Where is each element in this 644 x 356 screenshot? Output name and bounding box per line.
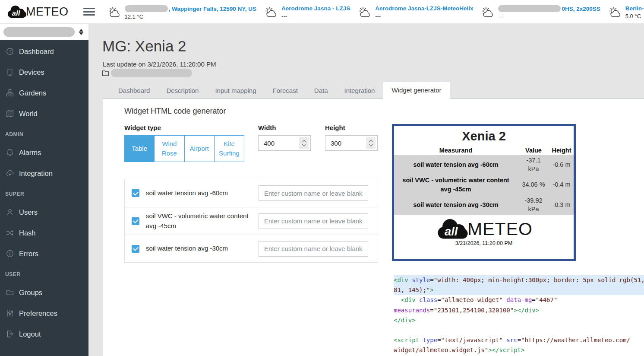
generator-heading: Widget HTML code generator [124,107,226,116]
sidebar-item-integration[interactable]: Integration [0,163,88,184]
sun-cloud-icon [480,6,496,20]
station-temp: --- [281,13,350,19]
station-link-0hs-2x200ss[interactable]: 0HS, 2x200SS--- [480,3,600,20]
preview-height: -0.4 m [549,175,574,195]
sun-cloud-icon [357,6,373,20]
tab-forecast[interactable]: Forecast [265,83,306,99]
preview-logo: all METEO [394,216,574,242]
height-stepper[interactable] [366,137,376,149]
widget-generator-panel: Widget HTML code generator Widget type T… [103,99,644,356]
code-line: <div class="allmeteo-widget" data-mg="44… [394,295,644,305]
station-link-berlin-tegel[interactable]: Berlin-Tegel5.0 °C [607,3,644,20]
custom-name-input[interactable] [259,213,368,229]
preview-measurand: soil water tension avg -30cm [394,195,518,215]
station-link-aerodrome-jasna-lzjs[interactable]: Aerodrome Jasna - LZJS--- [263,3,350,20]
height-block: Height [325,124,378,151]
preview-value: 34.06 % [518,175,549,195]
width-label: Width [258,124,311,131]
code-line [394,325,644,335]
station-list: , Wappinger Falls, 12590 NY, US12.1 °CAe… [106,3,644,20]
tab-widget-generator[interactable]: Widget generator [383,82,450,99]
sun-cloud-icon [106,6,123,20]
preview-col-header: Measurand [394,146,518,155]
sun-cloud-icon [607,6,623,20]
sidebar-item-gardens[interactable]: Gardens [0,83,88,103]
tab-input-mapping[interactable]: Input mapping [207,83,264,99]
sidebar-item-dashboard[interactable]: Dashboard [0,41,88,62]
widget-type-wind-rose-button[interactable]: Wind Rose [154,135,184,162]
tab-bar: DashboardDescriptionInput mappingForecas… [110,83,450,99]
code-line: <div style="width: 400px; min-height:300… [394,275,644,285]
world-icon [6,109,14,118]
groups-icon [6,288,14,297]
folder-icon [102,70,109,76]
tab-data[interactable]: Data [306,83,336,99]
measurand-list: soil water tension avg -60cmsoil VWC - v… [124,179,378,263]
sidebar-section-user: USER [0,264,88,282]
width-input[interactable] [259,140,289,147]
sidebar-item-world[interactable]: World [0,103,88,124]
measurand-checkbox[interactable] [132,217,139,225]
station-name: Berlin-Tegel [625,5,644,12]
last-update-text: Last update on 3/21/2026, 11:20:00 PM [103,60,216,68]
main-content: MG: Xenia 2 Last update on 3/21/2026, 11… [88,24,644,356]
height-input-wrap [325,135,378,151]
logo-meteo-text: METEO [26,5,69,19]
measurand-label: soil VWC - volumetric water content avg … [146,211,255,231]
generator-controls: Widget type TableWind RoseAirportKite Su… [124,124,383,176]
sidebar-item-hash[interactable]: Hash [0,222,88,243]
width-stepper[interactable] [299,137,309,149]
station-temp: --- [375,13,473,19]
topbar: all METEO , Wappinger Falls, 12590 NY, U… [0,0,644,24]
sidebar-item-alarms[interactable]: Alarms [0,142,88,163]
sidebar-item-devices[interactable]: Devices [0,62,88,83]
preview-col-header: Value [518,146,549,155]
preview-row: soil water tension avg -60cm-37.1 kPa-0.… [394,155,574,175]
code-line: </div> [394,315,644,325]
cloud-logo-icon: all [435,216,471,242]
redacted-text [125,5,168,12]
code-line: widget/allmeteo.widget.js"></script> [394,345,644,355]
tab-dashboard[interactable]: Dashboard [110,83,158,99]
redacted-text [111,69,192,77]
custom-name-input[interactable] [259,185,368,201]
width-input-wrap [258,135,311,151]
allmeteo-logo[interactable]: all METEO [6,4,69,19]
logo-meteo-text: METEO [467,219,533,239]
sidebar-item-groups[interactable]: Groups [0,282,88,303]
select-updown-icon [79,29,83,35]
height-input[interactable] [325,140,356,147]
widget-type-table-button[interactable]: Table [124,135,155,162]
group-select-dropdown[interactable] [0,24,88,40]
errors-icon [6,249,14,258]
preview-value: -37.1 kPa [518,155,549,175]
sidebar-item-users[interactable]: Users [0,202,88,222]
measurand-checkbox[interactable] [132,189,139,197]
dashboard-icon [6,47,14,56]
station-temp: --- [498,13,600,20]
measurand-row: soil VWC - volumetric water content avg … [125,207,378,235]
measurand-checkbox[interactable] [132,245,139,253]
tab-description[interactable]: Description [158,83,207,99]
logo-all-text: all [12,9,21,17]
sidebar-item-preferences[interactable]: Preferences [0,303,88,324]
preview-title: Xenia 2 [394,129,574,143]
sidebar-item-errors[interactable]: Errors [0,243,88,264]
station-link-aerodrome-jasna-lzjs-meteohelix[interactable]: Aerodrome Jasna-LZJS-MeteoHelix--- [357,3,473,20]
preview-height: -0.3 m [549,195,574,215]
preview-table-header: MeasurandValueHeight [394,146,574,155]
tab-integration[interactable]: Integration [336,83,383,99]
sidebar-item-logout[interactable]: Logout [0,324,88,344]
cloud-logo-icon: all [6,4,28,19]
logo-all-text: all [445,225,458,238]
hamburger-menu-icon[interactable] [82,4,97,19]
custom-name-input[interactable] [259,241,368,257]
alarms-icon [6,148,14,157]
code-line: measurands="235101,254100,320100"></div> [394,305,644,315]
widget-type-kite-surfing-button[interactable]: Kite Surfing [214,135,244,162]
sidebar: DashboardDevicesGardensWorldADMINAlarmsI… [0,24,88,356]
widget-type-airport-button[interactable]: Airport [184,135,215,162]
station-link-wappinger-falls-12590-ny-us[interactable]: , Wappinger Falls, 12590 NY, US12.1 °C [106,3,257,20]
widget-type-label: Widget type [124,124,244,131]
page-title: MG: Xenia 2 [102,38,186,55]
